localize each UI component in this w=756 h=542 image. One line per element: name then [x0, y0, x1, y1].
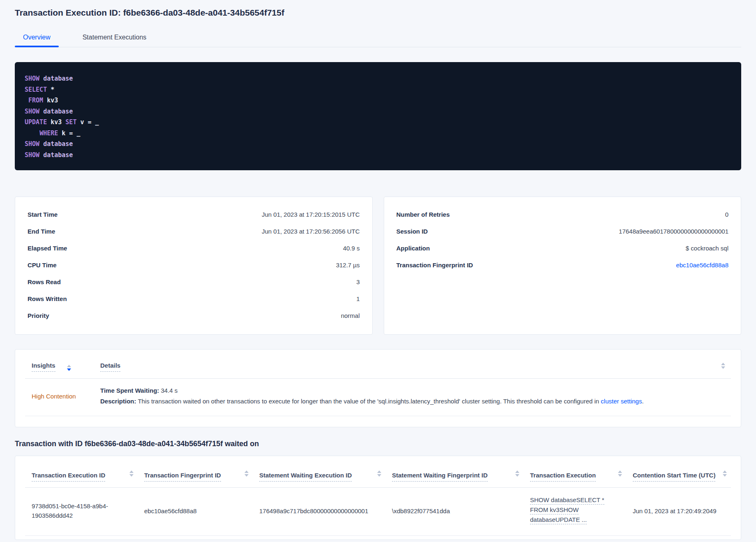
sql-line: SHOW database	[25, 73, 731, 84]
details-column-header: Details	[94, 362, 696, 369]
details-sort-header[interactable]: Details	[100, 362, 120, 372]
sort-arrows-icon[interactable]	[244, 470, 249, 477]
detail-label: Transaction Fingerprint ID	[396, 262, 473, 269]
page-title: Transaction Execution ID: f6be6366-da03-…	[15, 0, 741, 18]
detail-row: Application$ cockroach sql	[396, 240, 729, 257]
waited-on-table: Transaction Execution IDTransaction Fing…	[25, 456, 731, 536]
waited-on-row: 9738d051-bc0e-4158-a9b4-1903586ddd42 ebc…	[25, 488, 731, 536]
column-sort-header[interactable]: Transaction Fingerprint ID	[144, 472, 221, 482]
sql-line: WHERE k = _	[25, 128, 731, 139]
sql-token	[25, 97, 28, 104]
column-header-statement-waiting-execution-id: Statement Waiting Execution ID	[253, 456, 385, 488]
column-header-transaction-execution-id: Transaction Execution ID	[25, 456, 138, 488]
sort-arrows-icon[interactable]	[129, 470, 134, 477]
transaction-execution-link-line[interactable]: FROM kv3SHOW	[530, 506, 579, 514]
sql-token: SHOW	[25, 108, 39, 115]
transaction-execution-link-line[interactable]: SHOW databaseSELECT *	[530, 496, 604, 505]
sql-token: WHERE	[39, 130, 58, 137]
detail-row: CPU Time312.7 µs	[28, 257, 360, 273]
detail-label: CPU Time	[28, 262, 57, 269]
sort-arrows-icon[interactable]	[515, 470, 519, 477]
detail-value: $ cockroach sql	[686, 245, 728, 252]
cluster-settings-link[interactable]: cluster settings	[601, 398, 642, 405]
cell-statement-waiting-fingerprint-id: \xdb8922f077541dda	[385, 488, 523, 536]
detail-label: Start Time	[28, 211, 58, 218]
detail-value: 17648a9eea6017800000000000000001	[619, 228, 728, 235]
insights-table-header: Insights Details	[25, 350, 731, 379]
time-spent-waiting-value: 34.4 s	[159, 387, 177, 394]
detail-row: Elapsed Time40.9 s	[28, 240, 360, 257]
insight-details: Time Spent Waiting: 34.4 s Description: …	[94, 385, 731, 407]
column-sort-header[interactable]: Statement Waiting Execution ID	[259, 472, 352, 482]
detail-row: Rows Read3	[28, 273, 360, 290]
detail-row: Rows Written1	[28, 290, 360, 307]
detail-value: 40.9 s	[343, 245, 360, 252]
detail-label: Application	[396, 245, 430, 252]
sql-token: database	[39, 75, 73, 82]
description-label: Description:	[100, 398, 136, 405]
detail-row: End TimeJun 01, 2023 at 17:20:56:2056 UT…	[28, 223, 360, 240]
detail-row: Number of Retries0	[396, 206, 729, 223]
description-text: This transaction waited on other transac…	[136, 398, 601, 405]
execution-details-card: Start TimeJun 01, 2023 at 17:20:15:2015 …	[15, 197, 373, 335]
cell-statement-waiting-execution-id: 176498a9c717bdc80000000000000001	[253, 488, 385, 536]
column-header-transaction-fingerprint-id: Transaction Fingerprint ID	[138, 456, 253, 488]
tab-statement-executions[interactable]: Statement Executions	[74, 30, 155, 47]
column-sort-header[interactable]: Transaction Execution ID	[32, 472, 105, 482]
insight-badge: High Contention	[25, 393, 94, 400]
sql-token: kv3	[43, 97, 58, 104]
card-bottom-padding	[25, 536, 731, 540]
sql-line: SHOW database	[25, 150, 731, 161]
insights-column-header: Insights	[25, 362, 94, 372]
sort-arrows-icon[interactable]	[721, 363, 725, 369]
detail-label: Number of Retries	[396, 211, 450, 218]
transaction-execution-link-line[interactable]: databaseUPDATE ...	[530, 516, 587, 524]
transaction-details-page: Transaction Execution ID: f6be6366-da03-…	[0, 0, 756, 540]
description-suffix: .	[642, 398, 643, 405]
sql-line: SELECT *	[25, 84, 731, 95]
tab-overview[interactable]: Overview	[15, 30, 59, 47]
sql-line: SHOW database	[25, 139, 731, 150]
detail-value: Jun 01, 2023 at 17:20:56:2056 UTC	[262, 228, 360, 235]
card-bottom-padding	[25, 416, 731, 427]
column-sort-header[interactable]: Contention Start Time (UTC)	[633, 472, 715, 482]
sql-token: FROM	[28, 97, 43, 104]
sql-token: UPDATE	[25, 118, 47, 126]
column-header-statement-waiting-fingerprint-id: Statement Waiting Fingerprint ID	[385, 456, 523, 488]
detail-cards: Start TimeJun 01, 2023 at 17:20:15:2015 …	[15, 197, 741, 335]
detail-label: Rows Read	[28, 278, 61, 285]
sql-token: v = _	[76, 118, 99, 126]
sort-arrows-icon[interactable]	[67, 365, 71, 371]
sql-token: SHOW	[25, 75, 39, 82]
sort-arrows-icon[interactable]	[723, 470, 727, 477]
sql-token	[25, 130, 39, 137]
waited-on-card: Transaction Execution IDTransaction Fing…	[15, 456, 741, 540]
sql-token: SHOW	[25, 140, 39, 148]
detail-label: Rows Written	[28, 295, 67, 302]
cell-transaction-fingerprint-id: ebc10ae56cfd88a8	[138, 488, 253, 536]
column-sort-header[interactable]: Transaction Execution	[530, 472, 596, 482]
column-header-contention-start-time-utc-: Contention Start Time (UTC)	[626, 456, 731, 488]
sort-arrows-icon[interactable]	[377, 470, 381, 477]
cell-transaction-execution-id: 9738d051-bc0e-4158-a9b4-1903586ddd42	[25, 488, 138, 536]
detail-value: normal	[341, 312, 360, 319]
detail-value: Jun 01, 2023 at 17:20:15:2015 UTC	[262, 211, 360, 218]
detail-label: End Time	[28, 228, 55, 235]
column-header-transaction-execution: Transaction Execution	[523, 456, 626, 488]
insights-sort-header[interactable]: Insights	[32, 362, 55, 372]
column-sort-header[interactable]: Statement Waiting Fingerprint ID	[392, 472, 488, 482]
tab-bar: OverviewStatement Executions	[15, 30, 741, 47]
sql-token: SHOW	[25, 151, 39, 159]
sql-line: SHOW database	[25, 106, 731, 117]
sql-token: database	[39, 151, 73, 159]
transaction-fingerprint-link[interactable]: ebc10ae56cfd88a8	[676, 262, 728, 269]
detail-row: Session ID17648a9eea60178000000000000000…	[396, 223, 729, 240]
detail-value: 1	[356, 295, 360, 302]
time-spent-waiting-label: Time Spent Waiting:	[100, 387, 159, 394]
detail-label: Elapsed Time	[28, 245, 67, 252]
sql-token: SELECT	[25, 86, 47, 93]
insights-header-end	[696, 363, 731, 369]
sql-token: SET	[65, 118, 76, 126]
detail-value: 312.7 µs	[336, 262, 360, 269]
sort-arrows-icon[interactable]	[618, 470, 622, 477]
